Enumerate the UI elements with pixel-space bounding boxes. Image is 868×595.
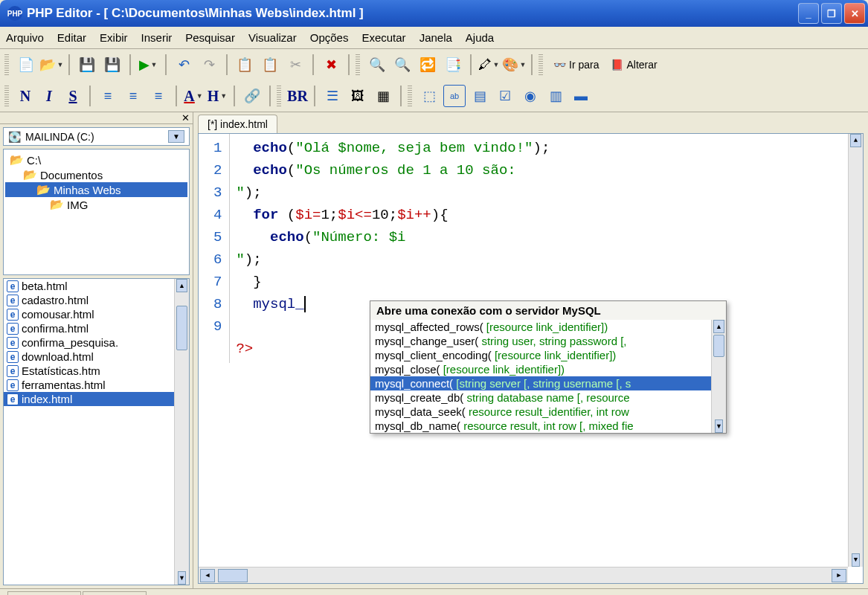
file-scrollbar[interactable]: ▲ ▼ — [174, 279, 189, 585]
textarea-button[interactable]: ▤ — [469, 85, 491, 107]
file-item[interactable]: edownload.html — [4, 350, 189, 364]
copy-button[interactable]: 📋 — [234, 54, 256, 76]
tree-item[interactable]: 📂IMG — [5, 197, 187, 212]
scroll-up-icon[interactable]: ▲ — [850, 134, 861, 147]
menu-editar[interactable]: Editar — [57, 31, 86, 44]
menu-visualizar[interactable]: Visualizar — [248, 31, 297, 44]
autocomplete-item[interactable]: mysql_change_user( string user, string p… — [370, 334, 726, 348]
open-file-button[interactable]: 📂▼ — [40, 54, 62, 76]
tree-item[interactable]: 📂C:\ — [5, 152, 187, 167]
image-button[interactable]: 🖼 — [347, 85, 369, 107]
autocomplete-item[interactable]: mysql_close( [resource link_identifier]) — [370, 362, 726, 376]
redo-button[interactable]: ↷ — [198, 54, 220, 76]
scroll-up-icon[interactable]: ▲ — [713, 320, 724, 333]
file-list[interactable]: ebeta.htmlecadastro.htmlecomousar.htmlec… — [3, 278, 190, 585]
checkbox-button[interactable]: ☑ — [494, 85, 516, 107]
undo-button[interactable]: ↶ — [173, 54, 195, 76]
drive-selector[interactable]: 💽 MAILINDA (C:) ▼ — [3, 127, 190, 146]
color-picker-button[interactable]: 🎨▼ — [503, 54, 525, 76]
change-button[interactable]: 📕 Alterar — [606, 54, 661, 76]
scroll-left-icon[interactable]: ◀ — [200, 569, 215, 582]
autocomplete-item[interactable]: mysql_data_seek( resource result_identif… — [370, 405, 726, 419]
sidebar-close-button[interactable]: ✕ — [0, 112, 193, 124]
bold-button[interactable]: N — [15, 85, 36, 107]
autocomplete-item[interactable]: mysql_affected_rows( [resource link_iden… — [370, 320, 726, 334]
file-item[interactable]: econfirma.html — [4, 321, 189, 335]
chevron-down-icon[interactable]: ▼ — [168, 130, 184, 143]
tab-browser[interactable]: 🌐Browser — [7, 591, 81, 596]
autocomplete-scrollbar[interactable]: ▲ ▼ — [711, 320, 726, 433]
input-button[interactable]: ab — [443, 85, 466, 107]
form-button[interactable]: ⬚ — [418, 85, 440, 107]
link-button[interactable]: 🔗 — [241, 85, 263, 107]
menu-janela[interactable]: Janela — [419, 31, 452, 44]
tree-item[interactable]: 📂Minhas Webs — [5, 182, 187, 197]
toolbar-grip[interactable] — [539, 54, 543, 75]
underline-button[interactable]: S — [62, 85, 83, 107]
save-button[interactable]: 💾 — [76, 54, 98, 76]
align-right-button[interactable]: ≡ — [147, 85, 170, 107]
toolbar-grip[interactable] — [4, 86, 9, 106]
menu-pesquisar[interactable]: Pesquisar — [185, 31, 235, 44]
menu-inserir[interactable]: Inserir — [141, 31, 173, 44]
autocomplete-item[interactable]: mysql_create_db( string database name [,… — [370, 390, 726, 405]
new-file-button[interactable]: 📄 — [15, 54, 37, 76]
replace-button[interactable]: 🔁 — [417, 54, 439, 76]
minimize-button[interactable]: _ — [798, 3, 819, 24]
scroll-down-icon[interactable]: ▼ — [852, 553, 860, 567]
align-center-button[interactable]: ≡ — [122, 85, 144, 107]
scroll-right-icon[interactable]: ▶ — [832, 569, 846, 582]
br-button[interactable]: BR — [287, 85, 308, 107]
search-button[interactable]: 🔍 — [391, 54, 414, 76]
maximize-button[interactable]: ❐ — [821, 3, 842, 24]
scroll-thumb[interactable] — [713, 335, 724, 357]
autocomplete-item[interactable]: mysql_client_encoding( [resource link_id… — [370, 348, 726, 362]
scroll-up-icon[interactable]: ▲ — [176, 279, 187, 292]
scroll-thumb[interactable] — [176, 306, 187, 350]
menu-opcoes[interactable]: Opções — [310, 31, 349, 44]
menu-arquivo[interactable]: Arquivo — [6, 31, 44, 44]
file-item[interactable]: ecomousar.html — [4, 307, 189, 321]
select-button[interactable]: ▥ — [544, 85, 567, 107]
folder-tree[interactable]: 📂C:\📂Documentos📂Minhas Webs📂IMG — [3, 149, 190, 275]
tree-item[interactable]: 📂Documentos — [5, 167, 187, 182]
scroll-thumb[interactable] — [218, 569, 248, 582]
align-left-button[interactable]: ≡ — [97, 85, 119, 107]
file-item[interactable]: econfirma_pesquisa. — [4, 335, 189, 350]
file-item[interactable]: eindex.html — [4, 392, 189, 406]
toolbar-grip[interactable] — [356, 54, 360, 75]
italic-button[interactable]: I — [39, 85, 60, 107]
toolbar-grip[interactable] — [408, 86, 412, 106]
bookmark-button[interactable]: 📑 — [442, 54, 464, 76]
file-item[interactable]: eEstatísticas.htm — [4, 364, 189, 378]
goto-button[interactable]: 👓 Ir para — [549, 54, 603, 76]
save-all-button[interactable]: 💾 — [101, 54, 123, 76]
close-button[interactable]: ✕ — [844, 3, 865, 24]
menu-executar[interactable]: Executar — [361, 31, 405, 44]
run-button[interactable]: ▶▼ — [137, 54, 159, 76]
autocomplete-list[interactable]: mysql_affected_rows( [resource link_iden… — [370, 320, 726, 433]
menu-ajuda[interactable]: Ajuda — [466, 31, 494, 44]
autocomplete-item[interactable]: mysql_connect( [string server [, string … — [370, 376, 726, 390]
editor-tab-index[interactable]: [*] index.html — [198, 115, 277, 133]
delete-button[interactable]: ✖ — [320, 54, 342, 76]
file-item[interactable]: ecadastro.html — [4, 293, 189, 307]
table-button[interactable]: ▦ — [372, 85, 394, 107]
editor-hscrollbar[interactable]: ◀ ▶ — [199, 567, 848, 583]
scroll-down-icon[interactable]: ▼ — [178, 571, 186, 585]
cut-button[interactable]: ✂ — [284, 54, 306, 76]
highlight-button[interactable]: 🖍▼ — [478, 54, 500, 76]
editor-vscrollbar[interactable]: ▲ ▼ — [848, 134, 863, 567]
zoom-in-button[interactable]: 🔍 — [366, 54, 388, 76]
button-button[interactable]: ▬ — [570, 85, 592, 107]
file-item[interactable]: ebeta.html — [4, 279, 189, 293]
file-item[interactable]: eferramentas.html — [4, 378, 189, 392]
code-editor[interactable]: 123456789 echo("Olá $nome, seja bem vind… — [198, 133, 864, 584]
paste-button[interactable]: 📋 — [259, 54, 281, 76]
toolbar-grip[interactable] — [277, 86, 281, 106]
list-button[interactable]: ☰ — [321, 85, 344, 107]
radio-button[interactable]: ◉ — [519, 85, 541, 107]
menu-exibir[interactable]: Exibir — [100, 31, 128, 44]
tab-html[interactable]: 📄HTML — [83, 591, 147, 596]
autocomplete-item[interactable]: mysql_db_name( resource result, int row … — [370, 419, 726, 433]
